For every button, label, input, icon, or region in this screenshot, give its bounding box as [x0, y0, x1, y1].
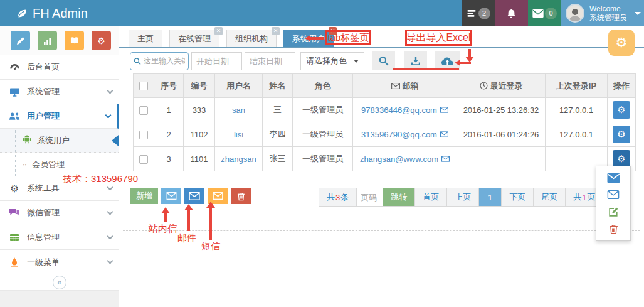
- tab-home[interactable]: 主页: [129, 30, 162, 47]
- collapse-sidebar-button[interactable]: «: [53, 276, 66, 289]
- select-all-checkbox[interactable]: [139, 82, 148, 90]
- annotation-arrow-left: [305, 35, 325, 41]
- sidebar-item-system-users[interactable]: 系统用户: [0, 129, 119, 153]
- sidebar-item-info[interactable]: 信息管理: [0, 225, 119, 250]
- start-date-input[interactable]: [191, 52, 242, 70]
- chevron-down-icon: [635, 12, 641, 15]
- row-checkbox[interactable]: [139, 155, 148, 164]
- annotation-tab-note: tab标签页: [325, 30, 371, 45]
- envelope-icon[interactable]: [441, 156, 450, 162]
- trash-icon: [609, 224, 618, 234]
- add-button[interactable]: 新增: [130, 188, 158, 204]
- envelope-icon: [391, 83, 400, 89]
- username-link[interactable]: lisi: [234, 130, 243, 139]
- content-divider: [123, 230, 640, 231]
- col-email: 邮箱: [353, 74, 457, 98]
- envelope-icon[interactable]: [440, 131, 448, 137]
- delete-button[interactable]: [231, 188, 251, 204]
- email-link[interactable]: zhangsan@www.com: [360, 154, 438, 164]
- col-ops: 操作: [608, 74, 636, 98]
- dashboard-icon: [8, 63, 21, 72]
- android-icon: [23, 135, 31, 146]
- tab-org-structure[interactable]: 组织机构 ✕: [226, 30, 277, 47]
- cogs-shortcut-button[interactable]: ⚙: [92, 31, 111, 50]
- username-link[interactable]: san: [232, 105, 245, 115]
- end-date-input[interactable]: [245, 52, 295, 70]
- users-icon: [8, 112, 21, 121]
- gear-icon: ⚙: [617, 153, 625, 164]
- envelope-icon: [166, 192, 177, 200]
- site-message-button[interactable]: [161, 188, 181, 204]
- trash-icon: [237, 191, 245, 201]
- total-count-number: 3: [335, 193, 340, 202]
- chart-shortcut-button[interactable]: [38, 31, 57, 50]
- clock-icon: [480, 82, 488, 90]
- envelope-icon: [213, 192, 223, 200]
- email-link[interactable]: 978336446@qq.com: [361, 105, 437, 115]
- sidebar-item-dashboard[interactable]: 后台首页: [0, 55, 119, 80]
- book-shortcut-button[interactable]: [65, 31, 84, 50]
- email-link[interactable]: 313596790@qq.com: [361, 130, 437, 139]
- edit-icon: [608, 207, 619, 217]
- table-row: 2 1102 lisi 李四 一级管理员 313596790@qq.com 20…: [134, 122, 636, 147]
- sidebar-item-level1-menu[interactable]: 一级菜单: [0, 250, 119, 274]
- search-button[interactable]: [372, 51, 395, 70]
- current-page[interactable]: 1: [479, 188, 502, 206]
- select-all-header: [134, 74, 154, 98]
- app-logo[interactable]: FH Admin: [16, 0, 88, 26]
- col-username: 用户名: [215, 74, 263, 98]
- keyword-input[interactable]: [144, 57, 185, 65]
- edit-item[interactable]: [596, 204, 630, 220]
- sidebar-item-wechat[interactable]: 微信管理: [0, 201, 119, 225]
- cell-index: 2: [154, 122, 184, 147]
- pencil-shortcut-button[interactable]: [11, 31, 30, 50]
- prev-page-button[interactable]: 上页: [447, 188, 479, 206]
- row-operations-button[interactable]: ⚙: [613, 126, 630, 143]
- row-operations-button[interactable]: ⚙: [613, 150, 630, 168]
- last-page-button[interactable]: 尾页: [534, 188, 566, 206]
- sidebar-item-label: 微信管理: [27, 207, 60, 218]
- row-checkbox[interactable]: [139, 106, 148, 115]
- leaf-icon: [16, 8, 28, 19]
- sidebar-item-system[interactable]: 系统管理: [0, 80, 119, 104]
- tasks-button[interactable]: 2: [462, 0, 495, 26]
- email-button[interactable]: [184, 188, 204, 204]
- annotation-excel-note: 导出导入Excel: [405, 30, 472, 46]
- row-operations-button[interactable]: ⚙: [613, 101, 630, 119]
- close-tab-icon[interactable]: ✕: [272, 27, 280, 35]
- cell-name: 张三: [263, 147, 293, 171]
- row-checkbox[interactable]: [139, 131, 148, 139]
- page-number-input[interactable]: [357, 188, 383, 206]
- delete-item[interactable]: [596, 221, 630, 237]
- keyword-search-box[interactable]: [130, 52, 189, 70]
- username-link[interactable]: zhangsan: [221, 154, 256, 164]
- cell-code: 1101: [184, 147, 215, 171]
- chat-bubbles-icon: [8, 208, 21, 217]
- messages-button[interactable]: 0: [528, 0, 561, 26]
- tasks-icon: [467, 8, 477, 18]
- annotation-sms: 短信: [201, 240, 220, 252]
- sidebar-item-label: 用户管理: [27, 110, 60, 122]
- jump-button[interactable]: 跳转: [383, 188, 415, 206]
- next-page-button[interactable]: 下页: [502, 188, 534, 206]
- bulk-actions: 新增: [130, 188, 251, 204]
- first-page-button[interactable]: 首页: [415, 188, 447, 206]
- notifications-button[interactable]: [495, 0, 528, 26]
- cell-name: 三: [263, 98, 293, 122]
- cell-index: 3: [154, 147, 184, 171]
- user-menu[interactable]: Welcome 系统管理员: [561, 0, 644, 26]
- close-tab-icon[interactable]: ✕: [214, 27, 223, 35]
- cell-last-login: 2016-01-06 01:24:26: [457, 122, 546, 147]
- envelope-icon: [607, 190, 620, 199]
- envelope-icon[interactable]: [440, 107, 448, 113]
- role-select[interactable]: 请选择角色: [300, 52, 364, 70]
- theme-settings-button[interactable]: ⚙: [608, 30, 635, 56]
- sidebar-item-user-mgmt[interactable]: 用户管理: [0, 104, 119, 129]
- tab-online-mgmt[interactable]: 在线管理 ✕: [169, 30, 219, 47]
- app-title: FH Admin: [33, 6, 88, 21]
- total-pages-number: 1: [581, 193, 587, 202]
- send-site-message-item[interactable]: [596, 170, 630, 186]
- operations-dropdown: [596, 166, 631, 241]
- send-email-item[interactable]: [596, 186, 630, 203]
- cell-code: 1102: [184, 122, 215, 147]
